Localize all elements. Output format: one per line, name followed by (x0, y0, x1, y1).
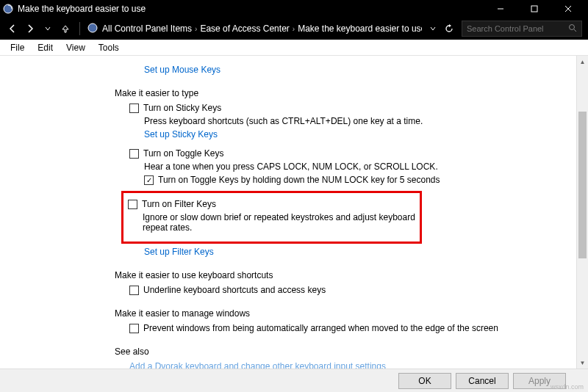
search-input[interactable] (467, 24, 565, 33)
svg-line-7 (574, 29, 576, 32)
scroll-area: Set up Mouse Keys Make it easier to type… (0, 56, 576, 369)
address-dropdown-icon[interactable] (426, 22, 440, 35)
titlebar: Make the keyboard easier to use (0, 0, 588, 18)
section-heading: Make it easier to use keyboard shortcuts (115, 270, 547, 280)
section-see-also: See also Add a Dvorak keyboard and chang… (115, 346, 547, 369)
toggle-keys-desc: Hear a tone when you press CAPS LOCK, NU… (144, 161, 547, 172)
refresh-button[interactable] (442, 22, 456, 35)
svg-point-0 (4, 4, 12, 13)
setup-mouse-keys-link[interactable]: Set up Mouse Keys (144, 65, 576, 75)
underline-shortcuts-label[interactable]: Underline keyboard shortcuts and access … (143, 285, 326, 295)
maximize-button[interactable] (517, 0, 551, 18)
toggle-keys-label[interactable]: Turn on Toggle Keys (143, 148, 223, 159)
search-icon[interactable] (568, 23, 577, 35)
section-keyboard-shortcuts: Make it easier to use keyboard shortcuts… (115, 270, 547, 295)
cancel-button[interactable]: Cancel (456, 373, 509, 389)
recent-dropdown-icon[interactable] (41, 22, 54, 35)
close-button[interactable] (551, 0, 585, 18)
sticky-keys-label[interactable]: Turn on Sticky Keys (143, 103, 221, 113)
search-box[interactable] (462, 21, 582, 37)
back-button[interactable] (6, 22, 19, 35)
setup-filter-keys-link[interactable]: Set up Filter Keys (144, 247, 547, 257)
ok-button[interactable]: OK (398, 373, 451, 389)
menu-tools[interactable]: Tools (93, 41, 125, 54)
sticky-keys-desc: Press keyboard shortcuts (such as CTRL+A… (144, 116, 547, 126)
filter-keys-desc: Ignore or slow down brief or repeated ke… (143, 212, 415, 233)
menu-view[interactable]: View (60, 41, 91, 54)
breadcrumb-item[interactable]: Ease of Access Center (200, 23, 289, 34)
minimize-button[interactable] (484, 0, 517, 18)
section-heading: Make it easier to type (115, 88, 547, 98)
toggle-keys-checkbox[interactable] (129, 149, 139, 159)
section-make-easier-type: Make it easier to type Turn on Sticky Ke… (115, 88, 547, 185)
scroll-thumb[interactable] (578, 112, 587, 258)
filter-keys-checkbox[interactable] (128, 200, 137, 209)
dvorak-keyboard-link[interactable]: Add a Dvorak keyboard and change other k… (129, 361, 547, 369)
toggle-keys-hold-label[interactable]: Turn on Toggle Keys by holding down the … (158, 175, 440, 185)
scroll-up-button[interactable]: ▲ (577, 56, 588, 68)
toggle-keys-hold-row: Turn on Toggle Keys by holding down the … (144, 175, 547, 185)
address-icon (87, 23, 98, 35)
window-controls (484, 0, 585, 18)
underline-shortcuts-checkbox[interactable] (129, 286, 139, 295)
prevent-arrange-label[interactable]: Prevent windows from being automatically… (143, 323, 498, 333)
breadcrumb-item[interactable]: All Control Panel Items (102, 23, 192, 34)
sticky-keys-row: Turn on Sticky Keys (129, 103, 547, 113)
underline-shortcuts-row: Underline keyboard shortcuts and access … (129, 285, 547, 295)
nav-right (426, 21, 582, 37)
toggle-keys-hold-checkbox[interactable] (144, 175, 154, 185)
menu-file[interactable]: File (4, 41, 30, 54)
filter-keys-highlight: Turn on Filter Keys Ignore or slow down … (121, 191, 422, 244)
filter-keys-link-section: Set up Filter Keys (115, 247, 547, 257)
up-button[interactable] (59, 22, 72, 35)
chevron-right-icon: › (195, 25, 197, 33)
app-icon (3, 4, 13, 14)
see-also-heading: See also (115, 346, 547, 357)
breadcrumb-item[interactable]: Make the keyboard easier to use (298, 23, 422, 34)
forward-button[interactable] (24, 22, 37, 35)
window-title: Make the keyboard easier to use (18, 4, 484, 14)
scroll-track[interactable] (577, 68, 588, 357)
navbar: All Control Panel Items › Ease of Access… (0, 18, 588, 40)
section-heading: Make it easier to manage windows (115, 308, 547, 319)
svg-point-5 (88, 23, 97, 32)
svg-rect-2 (531, 6, 537, 12)
filter-keys-label[interactable]: Turn on Filter Keys (142, 199, 216, 209)
content: Set up Mouse Keys Make it easier to type… (0, 56, 588, 369)
section-manage-windows: Make it easier to manage windows Prevent… (115, 308, 547, 333)
prevent-arrange-checkbox[interactable] (129, 324, 139, 333)
prevent-arrange-row: Prevent windows from being automatically… (129, 323, 547, 333)
footer: OK Cancel Apply (0, 369, 588, 392)
filter-keys-row: Turn on Filter Keys (128, 199, 415, 209)
breadcrumb[interactable]: All Control Panel Items › Ease of Access… (102, 23, 422, 34)
toggle-keys-row: Turn on Toggle Keys (129, 148, 547, 159)
menubar: File Edit View Tools (0, 40, 588, 56)
menu-edit[interactable]: Edit (32, 41, 59, 54)
setup-sticky-keys-link[interactable]: Set up Sticky Keys (144, 129, 547, 139)
sticky-keys-checkbox[interactable] (129, 104, 139, 113)
svg-point-6 (570, 24, 575, 29)
scroll-down-button[interactable]: ▼ (577, 357, 588, 369)
watermark: wsxdn.com (551, 383, 584, 391)
vertical-scrollbar[interactable]: ▲ ▼ (576, 56, 588, 369)
chevron-right-icon: › (293, 25, 295, 33)
nav-separator (79, 22, 80, 35)
